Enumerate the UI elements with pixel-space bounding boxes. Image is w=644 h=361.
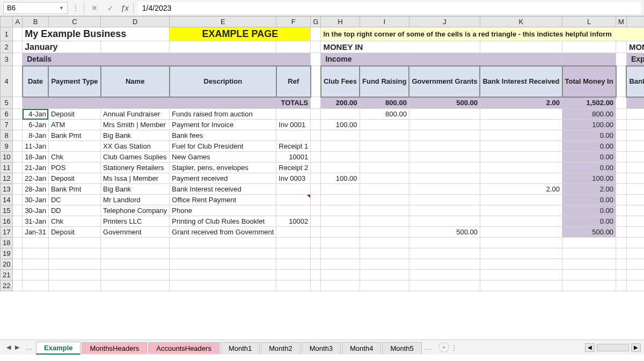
total-club-fees[interactable]: 200.00 [321, 97, 360, 109]
cell-total-in[interactable]: 0.00 [562, 130, 616, 141]
cell-fund-raising[interactable] [360, 141, 409, 152]
cell[interactable] [13, 163, 23, 173]
cell[interactable] [321, 270, 360, 281]
cell[interactable] [321, 259, 360, 270]
cell-bank-int[interactable] [480, 195, 562, 205]
cell-gov-grants[interactable] [409, 130, 480, 141]
cell[interactable] [616, 120, 627, 130]
cell[interactable] [409, 259, 480, 270]
cell[interactable] [480, 281, 562, 291]
cell[interactable] [276, 270, 311, 281]
scroll-track[interactable] [597, 344, 629, 351]
row-header[interactable]: 13 [1, 184, 13, 195]
cell[interactable] [13, 281, 23, 291]
cell[interactable] [616, 184, 627, 195]
name-box[interactable]: B6 ▼ [3, 2, 68, 14]
col-header[interactable]: H [321, 17, 360, 27]
cell[interactable] [360, 238, 409, 248]
cell-fund-raising[interactable] [360, 184, 409, 195]
cell-total-in[interactable]: 100.00 [562, 120, 616, 130]
col-payment-type[interactable]: Payment Type [48, 66, 100, 97]
cell[interactable] [562, 259, 616, 270]
cell-gov-grants[interactable] [409, 152, 480, 163]
col-header[interactable]: M [616, 17, 627, 27]
cell-name[interactable]: Government [101, 227, 170, 238]
cell-ref[interactable] [276, 195, 311, 205]
scroll-left-button[interactable]: ◀ [585, 343, 595, 352]
col-total-money-in[interactable]: Total Money In [562, 66, 616, 97]
cell[interactable] [616, 195, 627, 205]
cell-bank-charges[interactable] [626, 205, 644, 216]
cell-total-in[interactable]: 0.00 [562, 141, 616, 152]
money-out-label[interactable]: MONEY OUT [626, 41, 644, 53]
cell[interactable] [409, 248, 480, 259]
helper-note[interactable]: In the top right corner of some of the c… [321, 27, 644, 41]
cell[interactable] [311, 238, 321, 248]
cell[interactable] [616, 173, 627, 184]
cell-club-fees[interactable] [321, 227, 360, 238]
cell-name[interactable]: Printers LLC [101, 216, 170, 227]
cell-date[interactable]: 6-Jan [23, 120, 49, 130]
col-club-fees[interactable]: Club Fees [321, 66, 360, 97]
total-bank-charges[interactable]: 5.00 [626, 97, 644, 109]
cell[interactable] [170, 270, 276, 281]
cell-fund-raising[interactable] [360, 205, 409, 216]
cell[interactable] [101, 248, 170, 259]
cell-bank-charges[interactable] [626, 152, 644, 163]
cell[interactable] [616, 205, 627, 216]
fx-icon[interactable]: ƒx [121, 4, 129, 12]
cell[interactable] [13, 141, 23, 152]
cell-club-fees[interactable] [321, 216, 360, 227]
col-header[interactable]: G [311, 17, 321, 27]
cell-gov-grants[interactable]: 500.00 [409, 227, 480, 238]
cell-name[interactable]: XX Gas Station [101, 141, 170, 152]
cell-name[interactable]: Big Bank [101, 184, 170, 195]
cell-total-in[interactable]: 0.00 [562, 152, 616, 163]
cell-club-fees[interactable] [321, 130, 360, 141]
cell-payment-type[interactable]: DD [48, 205, 100, 216]
cell-payment-type[interactable]: Bank Pmt [48, 184, 100, 195]
row-header[interactable]: 1 [1, 27, 13, 41]
row-header[interactable]: 17 [1, 227, 13, 238]
cell-club-fees[interactable] [321, 152, 360, 163]
cell[interactable] [562, 53, 616, 66]
cell[interactable] [616, 163, 627, 173]
cell-club-fees[interactable]: 100.00 [321, 120, 360, 130]
row-header[interactable]: 22 [1, 281, 13, 291]
cell[interactable] [101, 281, 170, 291]
cell[interactable] [101, 259, 170, 270]
sheet-tab-example[interactable]: Example [36, 342, 80, 355]
cell-date[interactable]: 31-Jan [23, 216, 49, 227]
cell-name[interactable]: Mr Landlord [101, 195, 170, 205]
cancel-icon[interactable]: ✕ [89, 4, 100, 12]
cell-ref[interactable]: Receipt 2 [276, 163, 311, 173]
cell-date[interactable]: 4-Jan [23, 109, 49, 120]
cell[interactable] [23, 259, 49, 270]
cell-ref[interactable]: Inv 0003 [276, 173, 311, 184]
cell[interactable] [311, 152, 321, 163]
cell[interactable] [626, 238, 644, 248]
cell[interactable] [13, 173, 23, 184]
cell-payment-type[interactable]: DC [48, 195, 100, 205]
cell[interactable] [13, 41, 23, 53]
cell[interactable] [23, 281, 49, 291]
cell[interactable] [48, 248, 100, 259]
cell[interactable] [360, 270, 409, 281]
cell[interactable] [13, 66, 23, 97]
cell[interactable] [409, 238, 480, 248]
cell-name[interactable]: Club Games Suplies [101, 152, 170, 163]
cell[interactable] [626, 270, 644, 281]
cell-gov-grants[interactable] [409, 205, 480, 216]
cell[interactable] [170, 281, 276, 291]
cell[interactable] [616, 238, 627, 248]
cell[interactable] [276, 281, 311, 291]
cell[interactable] [276, 41, 311, 53]
cell[interactable] [13, 97, 23, 109]
cell[interactable] [13, 130, 23, 141]
cell[interactable] [311, 281, 321, 291]
cell[interactable] [562, 248, 616, 259]
cell[interactable] [616, 41, 627, 53]
cell-name[interactable]: Telephone Company [101, 205, 170, 216]
col-date[interactable]: Date [23, 66, 49, 97]
sheet-tab-month4[interactable]: Month4 [342, 342, 381, 354]
